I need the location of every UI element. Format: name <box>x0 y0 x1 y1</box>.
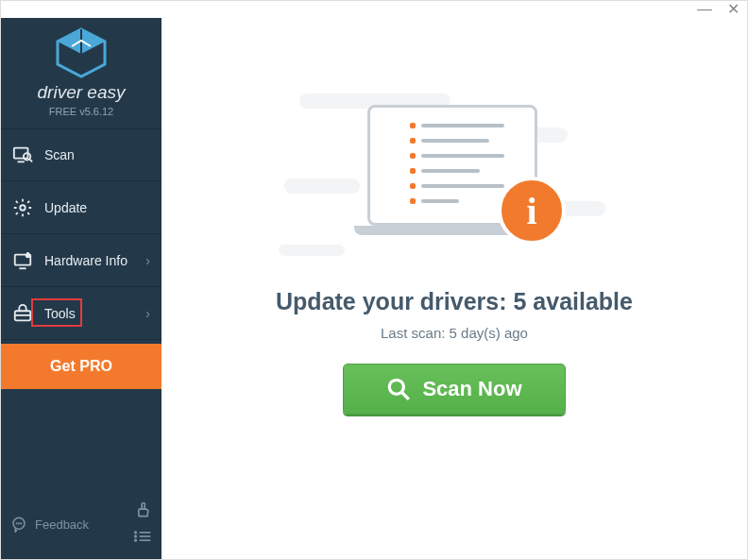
sidebar-item-update[interactable]: Update <box>1 181 162 234</box>
logo-area: driver easy FREE v5.6.12 <box>1 18 162 128</box>
get-pro-button[interactable]: Get PRO <box>1 344 162 389</box>
gear-icon <box>12 197 33 218</box>
chevron-right-icon: › <box>145 306 150 321</box>
sidebar-item-hardware-info[interactable]: i Hardware Info › <box>1 234 162 287</box>
get-pro-label: Get PRO <box>50 358 112 375</box>
search-icon <box>386 377 411 401</box>
list-icon[interactable] <box>133 529 152 548</box>
scan-now-button[interactable]: Scan Now <box>343 364 566 415</box>
version-label: FREE v5.6.12 <box>1 106 162 117</box>
svg-line-25 <box>402 392 410 399</box>
svg-point-15 <box>16 523 17 524</box>
sidebar-nav: Scan Update i Hardware <box>1 128 162 389</box>
sidebar-item-label: Tools <box>44 306 145 321</box>
svg-line-6 <box>29 160 32 162</box>
minimize-button[interactable]: — <box>697 2 712 17</box>
close-button[interactable]: ✕ <box>727 2 740 17</box>
illustration: i <box>313 75 596 263</box>
chevron-right-icon: › <box>145 253 150 268</box>
app-logo-icon <box>53 27 110 78</box>
titlebar: — ✕ <box>1 1 747 18</box>
scan-now-label: Scan Now <box>422 377 521 401</box>
sidebar-item-label: Update <box>44 200 150 215</box>
hardware-info-icon: i <box>12 250 33 271</box>
last-scan-label: Last scan: 5 day(s) ago <box>381 325 528 341</box>
app-container: driver easy FREE v5.6.12 Scan <box>1 18 747 559</box>
svg-point-7 <box>20 205 26 211</box>
svg-point-17 <box>21 523 22 524</box>
feedback-label: Feedback <box>35 518 89 532</box>
sidebar-footer: Feedback <box>1 493 162 559</box>
sidebar-item-tools[interactable]: Tools › <box>1 287 162 340</box>
svg-point-18 <box>135 532 137 534</box>
sidebar-item-label: Scan <box>44 147 150 162</box>
toolbox-icon <box>12 303 33 324</box>
sidebar: driver easy FREE v5.6.12 Scan <box>1 18 162 559</box>
sidebar-item-label: Hardware Info <box>44 253 145 268</box>
info-badge-icon: i <box>498 177 566 245</box>
svg-point-22 <box>135 539 137 541</box>
main-content: i Update your drivers: 5 available Last … <box>162 18 747 559</box>
svg-point-24 <box>390 380 404 394</box>
speech-bubble-icon <box>10 516 27 533</box>
sidebar-item-scan[interactable]: Scan <box>1 128 162 181</box>
svg-point-16 <box>19 523 20 524</box>
svg-text:i: i <box>27 253 28 258</box>
svg-point-20 <box>135 535 137 537</box>
headline: Update your drivers: 5 available <box>276 288 633 315</box>
monitor-search-icon <box>12 144 33 165</box>
brand-name: driver easy <box>1 82 162 103</box>
feedback-button[interactable]: Feedback <box>10 516 89 533</box>
thumbs-up-icon[interactable] <box>133 501 152 523</box>
